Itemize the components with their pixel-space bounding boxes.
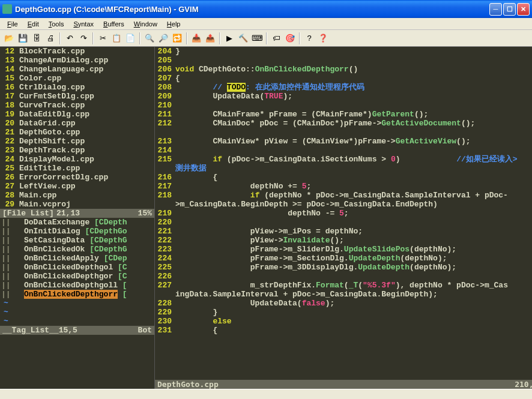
file-list-item[interactable]: 23DepthTrack.cpp xyxy=(0,146,154,155)
code-line[interactable]: 205 xyxy=(155,56,532,65)
code-line[interactable]: 220 xyxy=(155,218,532,227)
code-line[interactable]: 207{ xyxy=(155,74,532,83)
code-line[interactable]: 212 CMainDoc* pDoc = (CMainDoc*)pFrame->… xyxy=(155,119,532,128)
code-line[interactable]: 211 CMainFrame* pFrame = (CMainFrame*)Ge… xyxy=(155,110,532,119)
code-line[interactable] xyxy=(155,128,532,137)
tag-list-item[interactable]: ||OnBnClickedApply [CDep xyxy=(0,254,154,263)
tag-list-item[interactable]: ||SetCasingData [CDepthG xyxy=(0,236,154,245)
savesession-button[interactable]: 📤 xyxy=(204,32,217,45)
code-line[interactable]: 215 if (pDoc->m_CasingData.iSectionNums … xyxy=(155,155,532,164)
code-line[interactable]: 224 pFrame->m_SectionDlg.UpdateDepth(dep… xyxy=(155,254,532,263)
code-line[interactable]: 228 UpdateData(false); xyxy=(155,299,532,308)
line-number: 214 xyxy=(155,146,174,155)
file-list-item[interactable]: 25EditTitle.cpp xyxy=(0,164,154,173)
code-area[interactable]: 204}205206void CDepthGoto::OnBnClickedDe… xyxy=(155,47,532,380)
file-list-item[interactable]: 16CtrlDialog.cpp xyxy=(0,83,154,92)
code-line[interactable]: 227 m_strDepthFix.Format(_T("%5.3f"), de… xyxy=(155,281,532,290)
tag-list-item[interactable]: ||OnBnClickedOk [CDepthG xyxy=(0,245,154,254)
line-number: 205 xyxy=(155,56,174,65)
open-button[interactable]: 📂 xyxy=(2,32,16,45)
saveall-button[interactable]: 🗄 xyxy=(30,32,43,45)
ctags-button[interactable]: 🏷 xyxy=(270,32,283,45)
tag-list-item[interactable]: ||OnBnClickedDepthgoll [ xyxy=(0,281,154,290)
code-line[interactable]: 226 xyxy=(155,272,532,281)
file-list-item[interactable]: 27LeftView.cpp xyxy=(0,182,154,191)
menu-syntax[interactable]: Syntax xyxy=(68,19,98,29)
jumptag-button[interactable]: 🎯 xyxy=(283,32,297,45)
code-line[interactable]: 209 UpdateData(TRUE); xyxy=(155,92,532,101)
code-line[interactable]: 214 xyxy=(155,146,532,155)
help-button[interactable]: ? xyxy=(303,32,316,45)
file-list-item[interactable]: 28Main.cpp xyxy=(0,191,154,200)
file-list-item[interactable]: 18CurveTrack.cpp xyxy=(0,101,154,110)
code-line[interactable]: 测井数据 xyxy=(155,164,532,173)
menu-buffers[interactable]: Buffers xyxy=(98,19,129,29)
file-list-item[interactable]: 19DataEditDlg.cpp xyxy=(0,110,154,119)
findnext-button[interactable]: 🔎 xyxy=(157,32,170,45)
print-button[interactable]: 🖨 xyxy=(44,32,57,45)
replace-button[interactable]: 🔁 xyxy=(171,32,184,45)
copy-button[interactable]: 📋 xyxy=(110,32,123,45)
code-line[interactable]: 231 { xyxy=(155,326,532,335)
loadsession-button[interactable]: 📥 xyxy=(190,32,203,45)
code-line[interactable]: 217 depthNo += 5; xyxy=(155,182,532,191)
code-line[interactable]: 221 pView->m_iPos = depthNo; xyxy=(155,227,532,236)
redo-button[interactable]: ↷ xyxy=(77,32,90,45)
file-list-item[interactable]: 14ChangeLanguage.cpp xyxy=(0,65,154,74)
file-list-item[interactable]: 20DataGrid.cpp xyxy=(0,119,154,128)
code-line[interactable]: 229 } xyxy=(155,308,532,317)
code-line[interactable]: 223 pFrame->m_SliderDlg.UpdateSlidePos(d… xyxy=(155,245,532,254)
file-list-item[interactable]: 24DisplayModel.cpp xyxy=(0,155,154,164)
menu-edit[interactable]: Edit xyxy=(23,19,44,29)
runscript-button[interactable]: ▶ xyxy=(223,32,236,45)
code-line[interactable]: >m_CasingData.BeginDepth >= pDoc->m_Casi… xyxy=(155,200,532,209)
menu-file[interactable]: File xyxy=(2,19,23,29)
file-list-item[interactable]: 15Color.cpp xyxy=(0,74,154,83)
file-name: Color.cpp xyxy=(17,74,154,83)
file-list-item[interactable]: 22DepthShift.cpp xyxy=(0,137,154,146)
findprev-button[interactable]: 🔍 xyxy=(143,32,156,45)
tag-list-item[interactable]: ||OnInitDialog [CDepthGo xyxy=(0,227,154,236)
close-button[interactable]: ✕ xyxy=(517,3,530,16)
code-text xyxy=(174,128,532,137)
titlebar[interactable]: DepthGoto.cpp (C:\code\MFCReport\Main) -… xyxy=(0,0,532,18)
code-line[interactable]: 204} xyxy=(155,47,532,56)
shell-button[interactable]: ⌨ xyxy=(250,32,264,45)
cut-button[interactable]: ✂ xyxy=(96,32,109,45)
code-line[interactable]: 213 CMainView* pView = (CMainView*)pFram… xyxy=(155,137,532,146)
maximize-button[interactable]: ☐ xyxy=(503,3,516,16)
tag-list-item[interactable]: ||OnBnClickedDepthgorr [ xyxy=(0,290,154,299)
code-line[interactable]: 218 if (depthNo * pDoc->m_CasingData.Sam… xyxy=(155,191,532,200)
line-number xyxy=(155,164,174,173)
findhelp-button[interactable]: ❓ xyxy=(316,32,330,45)
file-list-item[interactable]: 29Main.vcproj xyxy=(0,200,154,209)
tag-list-item[interactable]: ||OnBnClickedDepthgor [C xyxy=(0,272,154,281)
file-list[interactable]: 12BlockTrack.cpp13ChangeArmDialog.cpp14C… xyxy=(0,47,154,209)
code-line[interactable]: 222 pView->Invalidate(); xyxy=(155,236,532,245)
code-line[interactable]: 210 xyxy=(155,101,532,110)
code-line[interactable]: 206void CDepthGoto::OnBnClickedDepthgorr… xyxy=(155,65,532,74)
paste-button[interactable]: 📄 xyxy=(124,32,137,45)
tag-list-item[interactable]: ||OnBnClickedDepthgol [C xyxy=(0,263,154,272)
code-line[interactable]: ingData.SampleInterval + pDoc->m_CasingD… xyxy=(155,290,532,299)
file-list-item[interactable]: 26ErrorCorrectDlg.cpp xyxy=(0,173,154,182)
menu-window[interactable]: Window xyxy=(129,19,162,29)
tag-list[interactable]: ||DoDataExchange [CDepth||OnInitDialog [… xyxy=(0,218,154,326)
make-button[interactable]: 🔨 xyxy=(237,32,250,45)
code-line[interactable]: 230 else xyxy=(155,317,532,326)
code-line[interactable]: 216 { xyxy=(155,173,532,182)
line-number: 208 xyxy=(155,83,174,92)
minimize-button[interactable]: ─ xyxy=(489,3,502,16)
code-line[interactable]: 208 // TODO: 在此添加控件通知处理程序代码 xyxy=(155,83,532,92)
menu-help[interactable]: Help xyxy=(162,19,186,29)
undo-button[interactable]: ↶ xyxy=(63,32,76,45)
file-list-item[interactable]: 17CurFmtSetDlg.cpp xyxy=(0,92,154,101)
file-list-item[interactable]: 21DepthGoto.cpp xyxy=(0,128,154,137)
file-list-item[interactable]: 13ChangeArmDialog.cpp xyxy=(0,56,154,65)
file-list-item[interactable]: 12BlockTrack.cpp xyxy=(0,47,154,56)
menu-tools[interactable]: Tools xyxy=(44,19,69,29)
code-line[interactable]: 219 depthNo -= 5; xyxy=(155,209,532,218)
save-button[interactable]: 💾 xyxy=(16,32,29,45)
tag-list-item[interactable]: ||DoDataExchange [CDepth xyxy=(0,218,154,227)
code-line[interactable]: 225 pFrame->m_3DDisplayDlg.UpdateDepth(d… xyxy=(155,263,532,272)
